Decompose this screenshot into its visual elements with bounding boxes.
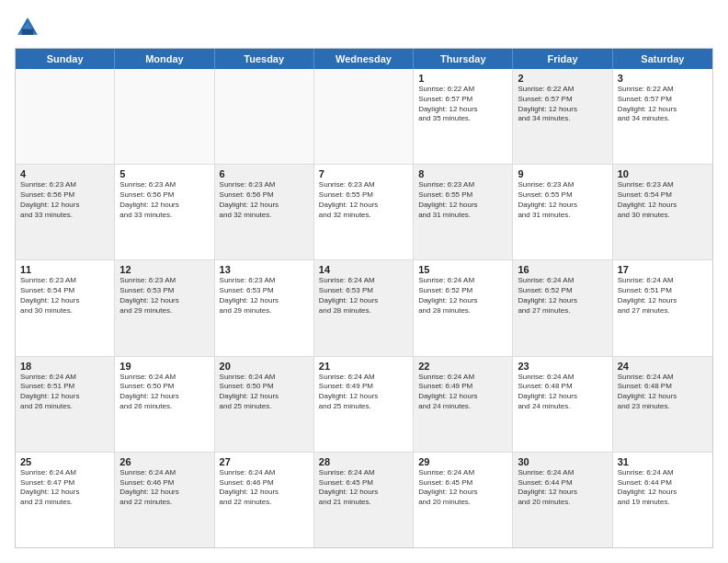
cal-cell-31: 31Sunrise: 6:24 AM Sunset: 6:44 PM Dayli… (613, 453, 712, 547)
cal-cell-27: 27Sunrise: 6:24 AM Sunset: 6:46 PM Dayli… (215, 453, 314, 547)
cal-cell-2: 2Sunrise: 6:22 AM Sunset: 6:57 PM Daylig… (513, 69, 612, 164)
cal-week-1: 1Sunrise: 6:22 AM Sunset: 6:57 PM Daylig… (16, 69, 712, 165)
cal-cell-28: 28Sunrise: 6:24 AM Sunset: 6:45 PM Dayli… (314, 453, 414, 547)
cal-cell-20: 20Sunrise: 6:24 AM Sunset: 6:50 PM Dayli… (215, 357, 314, 452)
day-info: Sunrise: 6:23 AM Sunset: 6:56 PM Dayligh… (220, 180, 309, 220)
day-info: Sunrise: 6:23 AM Sunset: 6:55 PM Dayligh… (518, 180, 607, 220)
day-info: Sunrise: 6:23 AM Sunset: 6:56 PM Dayligh… (119, 180, 209, 220)
cal-cell-25: 25Sunrise: 6:24 AM Sunset: 6:47 PM Dayli… (16, 453, 115, 547)
weekday-header-wednesday: Wednesday (314, 49, 414, 69)
cal-cell-29: 29Sunrise: 6:24 AM Sunset: 6:45 PM Dayli… (414, 453, 513, 547)
day-number: 24 (618, 361, 708, 372)
day-number: 22 (418, 361, 507, 372)
cal-cell-11: 11Sunrise: 6:23 AM Sunset: 6:54 PM Dayli… (16, 260, 115, 355)
cal-cell-30: 30Sunrise: 6:24 AM Sunset: 6:44 PM Dayli… (513, 453, 612, 547)
day-info: Sunrise: 6:24 AM Sunset: 6:51 PM Dayligh… (618, 276, 708, 316)
day-number: 14 (319, 264, 408, 275)
day-number: 3 (618, 73, 708, 84)
day-number: 4 (20, 168, 109, 179)
day-number: 9 (518, 168, 607, 179)
day-info: Sunrise: 6:24 AM Sunset: 6:45 PM Dayligh… (319, 468, 408, 508)
cal-cell-3: 3Sunrise: 6:22 AM Sunset: 6:57 PM Daylig… (613, 69, 712, 164)
cal-cell-12: 12Sunrise: 6:23 AM Sunset: 6:53 PM Dayli… (115, 260, 214, 355)
cal-cell-10: 10Sunrise: 6:23 AM Sunset: 6:54 PM Dayli… (613, 165, 712, 259)
weekday-header-saturday: Saturday (613, 49, 712, 69)
cal-cell-6: 6Sunrise: 6:23 AM Sunset: 6:56 PM Daylig… (215, 165, 314, 259)
cal-week-3: 11Sunrise: 6:23 AM Sunset: 6:54 PM Dayli… (16, 260, 712, 356)
day-info: Sunrise: 6:22 AM Sunset: 6:57 PM Dayligh… (618, 85, 708, 124)
day-number: 26 (119, 456, 209, 467)
day-info: Sunrise: 6:24 AM Sunset: 6:50 PM Dayligh… (220, 373, 309, 412)
day-info: Sunrise: 6:24 AM Sunset: 6:44 PM Dayligh… (618, 468, 708, 508)
day-number: 16 (518, 264, 607, 275)
day-number: 17 (618, 264, 708, 275)
cal-week-2: 4Sunrise: 6:23 AM Sunset: 6:56 PM Daylig… (16, 165, 712, 260)
day-number: 15 (418, 264, 507, 275)
day-number: 6 (220, 168, 309, 179)
cal-cell-empty-0-2 (215, 69, 314, 164)
day-number: 12 (119, 264, 209, 275)
cal-cell-1: 1Sunrise: 6:22 AM Sunset: 6:57 PM Daylig… (414, 69, 513, 164)
day-number: 5 (119, 168, 209, 179)
day-info: Sunrise: 6:24 AM Sunset: 6:48 PM Dayligh… (618, 373, 708, 412)
cal-cell-19: 19Sunrise: 6:24 AM Sunset: 6:50 PM Dayli… (115, 357, 214, 452)
day-number: 1 (418, 73, 507, 84)
cal-cell-14: 14Sunrise: 6:24 AM Sunset: 6:53 PM Dayli… (314, 260, 414, 355)
day-info: Sunrise: 6:24 AM Sunset: 6:52 PM Dayligh… (518, 276, 607, 316)
weekday-header-tuesday: Tuesday (215, 49, 314, 69)
cal-cell-9: 9Sunrise: 6:23 AM Sunset: 6:55 PM Daylig… (513, 165, 612, 259)
day-info: Sunrise: 6:22 AM Sunset: 6:57 PM Dayligh… (418, 85, 507, 124)
cal-cell-26: 26Sunrise: 6:24 AM Sunset: 6:46 PM Dayli… (115, 453, 214, 547)
cal-cell-empty-0-3 (314, 69, 414, 164)
day-number: 21 (319, 361, 408, 372)
day-info: Sunrise: 6:23 AM Sunset: 6:54 PM Dayligh… (618, 180, 708, 220)
day-info: Sunrise: 6:24 AM Sunset: 6:52 PM Dayligh… (418, 276, 507, 316)
cal-week-4: 18Sunrise: 6:24 AM Sunset: 6:51 PM Dayli… (16, 357, 712, 453)
day-number: 7 (319, 168, 408, 179)
logo-icon (15, 15, 40, 40)
day-info: Sunrise: 6:24 AM Sunset: 6:51 PM Dayligh… (20, 373, 109, 412)
cal-cell-21: 21Sunrise: 6:24 AM Sunset: 6:49 PM Dayli… (314, 357, 414, 452)
day-number: 18 (20, 361, 109, 372)
day-info: Sunrise: 6:23 AM Sunset: 6:53 PM Dayligh… (220, 276, 309, 316)
cal-cell-4: 4Sunrise: 6:23 AM Sunset: 6:56 PM Daylig… (16, 165, 115, 259)
cal-cell-empty-0-0 (16, 69, 115, 164)
cal-cell-15: 15Sunrise: 6:24 AM Sunset: 6:52 PM Dayli… (414, 260, 513, 355)
day-number: 23 (518, 361, 607, 372)
day-number: 20 (220, 361, 309, 372)
day-info: Sunrise: 6:24 AM Sunset: 6:50 PM Dayligh… (119, 373, 209, 412)
day-number: 27 (220, 456, 309, 467)
day-number: 29 (418, 456, 507, 467)
day-info: Sunrise: 6:24 AM Sunset: 6:49 PM Dayligh… (319, 373, 408, 412)
header (15, 15, 713, 40)
day-number: 13 (220, 264, 309, 275)
day-info: Sunrise: 6:24 AM Sunset: 6:46 PM Dayligh… (119, 468, 209, 508)
day-number: 25 (20, 456, 109, 467)
cal-cell-18: 18Sunrise: 6:24 AM Sunset: 6:51 PM Dayli… (16, 357, 115, 452)
cal-cell-16: 16Sunrise: 6:24 AM Sunset: 6:52 PM Dayli… (513, 260, 612, 355)
day-number: 28 (319, 456, 408, 467)
cal-cell-17: 17Sunrise: 6:24 AM Sunset: 6:51 PM Dayli… (613, 260, 712, 355)
page: SundayMondayTuesdayWednesdayThursdayFrid… (0, 0, 728, 563)
day-info: Sunrise: 6:24 AM Sunset: 6:44 PM Dayligh… (518, 468, 607, 508)
weekday-header-thursday: Thursday (414, 49, 513, 69)
day-number: 30 (518, 456, 607, 467)
day-info: Sunrise: 6:24 AM Sunset: 6:49 PM Dayligh… (418, 373, 507, 412)
weekday-header-sunday: Sunday (16, 49, 115, 69)
day-info: Sunrise: 6:24 AM Sunset: 6:53 PM Dayligh… (319, 276, 408, 316)
day-info: Sunrise: 6:22 AM Sunset: 6:57 PM Dayligh… (518, 85, 607, 124)
calendar-header: SundayMondayTuesdayWednesdayThursdayFrid… (16, 49, 712, 69)
cal-cell-22: 22Sunrise: 6:24 AM Sunset: 6:49 PM Dayli… (414, 357, 513, 452)
weekday-header-monday: Monday (115, 49, 214, 69)
cal-cell-8: 8Sunrise: 6:23 AM Sunset: 6:55 PM Daylig… (414, 165, 513, 259)
day-info: Sunrise: 6:23 AM Sunset: 6:55 PM Dayligh… (418, 180, 507, 220)
cal-week-5: 25Sunrise: 6:24 AM Sunset: 6:47 PM Dayli… (16, 453, 712, 547)
cal-cell-13: 13Sunrise: 6:23 AM Sunset: 6:53 PM Dayli… (215, 260, 314, 355)
cal-cell-5: 5Sunrise: 6:23 AM Sunset: 6:56 PM Daylig… (115, 165, 214, 259)
calendar: SundayMondayTuesdayWednesdayThursdayFrid… (15, 48, 713, 548)
day-info: Sunrise: 6:24 AM Sunset: 6:47 PM Dayligh… (20, 468, 109, 508)
day-number: 31 (618, 456, 708, 467)
day-info: Sunrise: 6:23 AM Sunset: 6:55 PM Dayligh… (319, 180, 408, 220)
cal-cell-24: 24Sunrise: 6:24 AM Sunset: 6:48 PM Dayli… (613, 357, 712, 452)
day-info: Sunrise: 6:23 AM Sunset: 6:56 PM Dayligh… (20, 180, 109, 220)
